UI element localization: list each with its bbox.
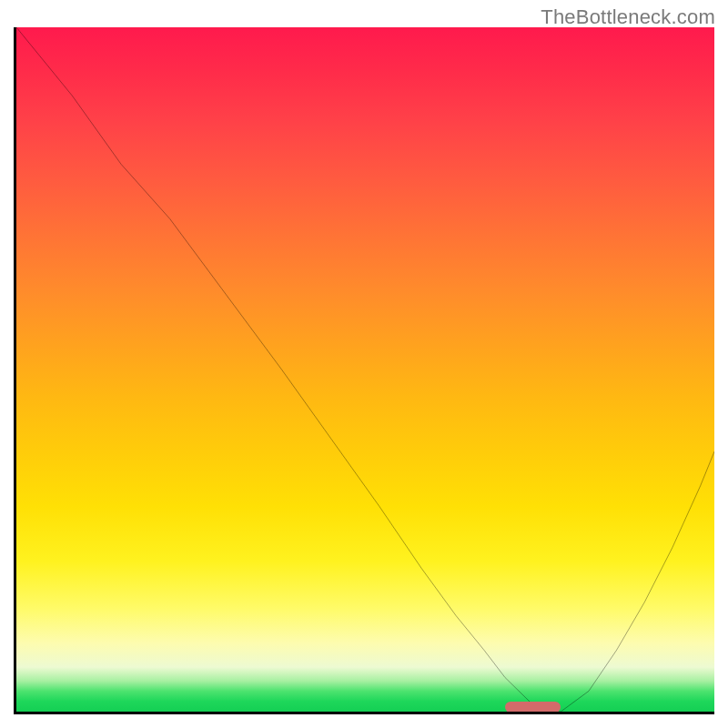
watermark-text: TheBottleneck.com [541,5,715,29]
bottleneck-curve-path [16,27,714,712]
curve-svg [16,27,714,712]
optimum-range-marker [505,702,561,713]
plot-area [14,27,714,714]
chart-frame: TheBottleneck.com [0,0,728,728]
